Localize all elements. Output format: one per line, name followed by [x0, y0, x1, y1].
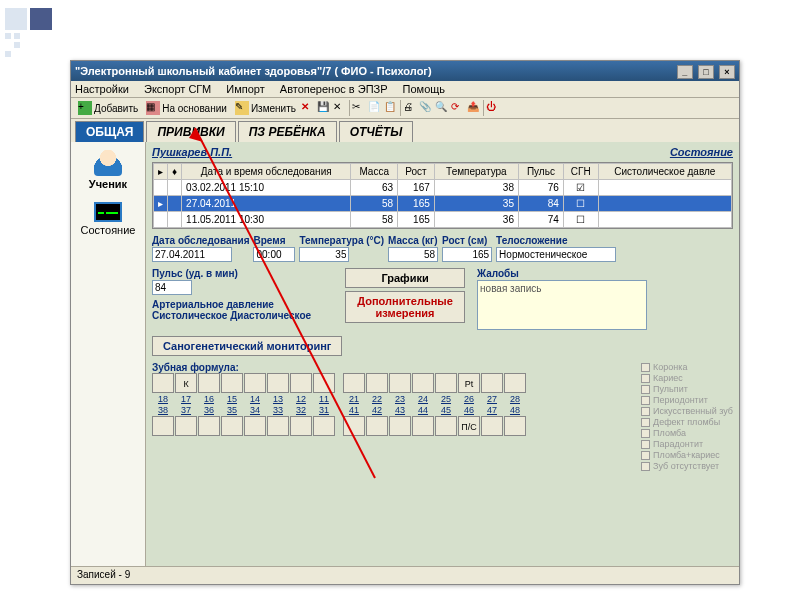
table-row[interactable]: 03.02.2011 15:10631673876☑ — [154, 180, 732, 196]
tooth-cell[interactable]: П/С — [458, 416, 480, 436]
tooth-cell[interactable] — [504, 416, 526, 436]
tooth-cell[interactable] — [290, 373, 312, 393]
delete-icon[interactable]: ✕ — [301, 101, 315, 115]
search-icon[interactable]: 🔍 — [435, 101, 449, 115]
tooth-number[interactable]: 12 — [290, 394, 312, 404]
pupil-name[interactable]: Пушкарев П.П. — [152, 146, 232, 158]
tooth-cell[interactable] — [244, 416, 266, 436]
tooth-cell[interactable] — [244, 373, 266, 393]
add-button[interactable]: +Добавить — [75, 100, 141, 116]
tooth-number[interactable]: 45 — [435, 405, 457, 415]
tab-reports[interactable]: ОТЧЁТЫ — [339, 121, 414, 142]
tooth-number[interactable]: 16 — [198, 394, 220, 404]
tooth-number[interactable]: 17 — [175, 394, 197, 404]
tooth-cell[interactable]: Pt — [458, 373, 480, 393]
tooth-cell[interactable] — [198, 416, 220, 436]
tooth-number[interactable]: 18 — [152, 394, 174, 404]
tooth-number[interactable]: 44 — [412, 405, 434, 415]
mass-field[interactable] — [388, 247, 438, 262]
tooth-cell[interactable] — [267, 373, 289, 393]
tooth-cell[interactable] — [389, 373, 411, 393]
tooth-cell[interactable] — [435, 373, 457, 393]
maximize-button[interactable]: □ — [698, 65, 714, 79]
tooth-cell[interactable] — [343, 373, 365, 393]
tooth-number[interactable]: 14 — [244, 394, 266, 404]
based-on-button[interactable]: ▦На основании — [143, 100, 230, 116]
tooth-number[interactable]: 43 — [389, 405, 411, 415]
menu-help[interactable]: Помощь — [403, 83, 446, 95]
height-field[interactable] — [442, 247, 492, 262]
tooth-cell[interactable] — [412, 416, 434, 436]
tooth-number[interactable]: 27 — [481, 394, 503, 404]
tooth-number[interactable]: 22 — [366, 394, 388, 404]
tooth-cell[interactable] — [175, 416, 197, 436]
tab-general[interactable]: ОБЩАЯ — [75, 121, 144, 142]
close-button[interactable]: × — [719, 65, 735, 79]
tooth-number[interactable]: 35 — [221, 405, 243, 415]
tooth-cell[interactable] — [366, 416, 388, 436]
tab-vaccines[interactable]: ПРИВИВКИ — [146, 121, 235, 142]
undo-icon[interactable]: ✕ — [333, 101, 347, 115]
sidebar-student[interactable]: Ученик — [74, 148, 142, 190]
tooth-number[interactable]: 41 — [343, 405, 365, 415]
minimize-button[interactable]: _ — [677, 65, 693, 79]
tooth-number[interactable]: 11 — [313, 394, 335, 404]
tooth-cell[interactable] — [435, 416, 457, 436]
tooth-cell[interactable] — [343, 416, 365, 436]
tooth-number[interactable]: 26 — [458, 394, 480, 404]
tooth-number[interactable]: 15 — [221, 394, 243, 404]
change-button[interactable]: ✎Изменить — [232, 100, 299, 116]
tooth-number[interactable]: 33 — [267, 405, 289, 415]
tooth-cell[interactable] — [221, 373, 243, 393]
extra-button[interactable]: Дополнительные измерения — [345, 291, 465, 323]
copy-icon[interactable]: 📄 — [368, 101, 382, 115]
tooth-cell[interactable] — [389, 416, 411, 436]
tooth-cell[interactable] — [481, 416, 503, 436]
exit-icon[interactable]: ⏻ — [486, 101, 500, 115]
sidebar-state[interactable]: Состояние — [74, 202, 142, 236]
tooth-number[interactable]: 24 — [412, 394, 434, 404]
menu-export[interactable]: Экспорт СГМ — [144, 83, 211, 95]
refresh-icon[interactable]: ⟳ — [451, 101, 465, 115]
tooth-number[interactable]: 31 — [313, 405, 335, 415]
tooth-number[interactable]: 37 — [175, 405, 197, 415]
table-row[interactable]: ▸27.04.2011581653584☐ — [154, 196, 732, 212]
charts-button[interactable]: Графики — [345, 268, 465, 288]
tooth-cell[interactable] — [481, 373, 503, 393]
date-field[interactable] — [152, 247, 232, 262]
pulse-field[interactable] — [152, 280, 192, 295]
tooth-number[interactable]: 47 — [481, 405, 503, 415]
data-grid[interactable]: ▸ ♦ Дата и время обследования Масса Рост… — [152, 162, 733, 229]
attach-icon[interactable]: 📎 — [419, 101, 433, 115]
temp-field[interactable] — [299, 247, 349, 262]
tooth-number[interactable]: 32 — [290, 405, 312, 415]
tooth-cell[interactable] — [504, 373, 526, 393]
tooth-cell[interactable] — [412, 373, 434, 393]
save-icon[interactable]: 💾 — [317, 101, 331, 115]
tooth-cell[interactable] — [152, 416, 174, 436]
tooth-cell[interactable] — [313, 416, 335, 436]
table-row[interactable]: 11.05.2011 10:30581653674☐ — [154, 212, 732, 228]
tooth-number[interactable]: 23 — [389, 394, 411, 404]
time-field[interactable] — [253, 247, 295, 262]
body-field[interactable] — [496, 247, 616, 262]
tooth-number[interactable]: 28 — [504, 394, 526, 404]
tooth-cell[interactable] — [267, 416, 289, 436]
tooth-cell[interactable]: К — [175, 373, 197, 393]
tooth-number[interactable]: 34 — [244, 405, 266, 415]
tooth-number[interactable]: 36 — [198, 405, 220, 415]
tooth-cell[interactable] — [313, 373, 335, 393]
menu-import[interactable]: Импорт — [226, 83, 264, 95]
tooth-cell[interactable] — [290, 416, 312, 436]
menu-auto[interactable]: Автоперенос в ЭПЗР — [280, 83, 388, 95]
cut-icon[interactable]: ✂ — [352, 101, 366, 115]
tooth-number[interactable]: 48 — [504, 405, 526, 415]
tab-pz[interactable]: ПЗ РЕБЁНКА — [238, 121, 337, 142]
print-icon[interactable]: 🖨 — [403, 101, 417, 115]
export-icon[interactable]: 📤 — [467, 101, 481, 115]
tooth-number[interactable]: 25 — [435, 394, 457, 404]
tooth-number[interactable]: 38 — [152, 405, 174, 415]
paste-icon[interactable]: 📋 — [384, 101, 398, 115]
tooth-cell[interactable] — [366, 373, 388, 393]
tooth-cell[interactable] — [221, 416, 243, 436]
